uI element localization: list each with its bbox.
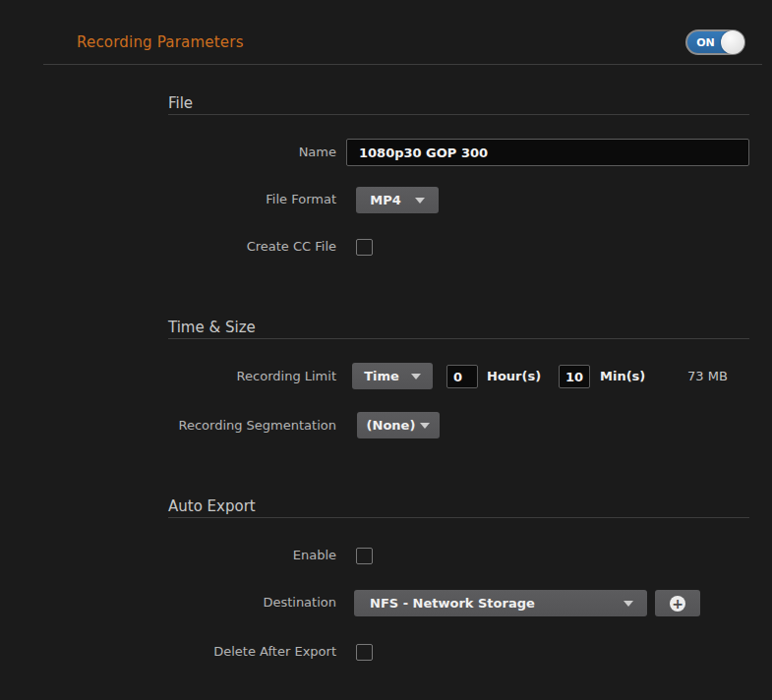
recording-limit-type-dropdown[interactable]: Time — [352, 363, 433, 389]
delete-after-export-checkbox[interactable] — [356, 644, 373, 661]
recording-segmentation-label: Recording Segmentation — [0, 418, 336, 434]
delete-after-export-label: Delete After Export — [0, 644, 336, 660]
time-size-section-divider — [168, 338, 749, 339]
chevron-down-icon — [415, 198, 425, 204]
chevron-down-icon — [624, 601, 633, 607]
recording-segmentation-value: (None) — [367, 418, 416, 433]
enable-label: Enable — [0, 548, 336, 563]
estimated-size-text: 73 MB — [687, 369, 728, 384]
minutes-unit-label: Min(s) — [600, 369, 645, 384]
name-label: Name — [0, 145, 336, 160]
hours-input[interactable] — [446, 365, 478, 388]
file-section-divider — [168, 114, 749, 115]
toggle-on-label: ON — [687, 31, 724, 53]
destination-dropdown[interactable]: NFS - Network Storage — [354, 590, 647, 616]
recording-segmentation-dropdown[interactable]: (None) — [357, 412, 440, 438]
chevron-down-icon — [420, 423, 430, 429]
hours-unit-label: Hour(s) — [487, 369, 541, 384]
recording-parameters-toggle[interactable]: ON — [685, 29, 745, 55]
add-destination-button[interactable]: + — [655, 590, 700, 616]
name-input[interactable] — [346, 139, 749, 166]
auto-export-section-divider — [168, 517, 749, 518]
plus-circle-icon: + — [670, 596, 685, 612]
page-title: Recording Parameters — [77, 33, 244, 51]
destination-value: NFS - Network Storage — [370, 596, 535, 611]
destination-label: Destination — [0, 595, 336, 611]
recording-parameters-panel: Recording Parameters ON File Name File F… — [0, 0, 772, 700]
create-cc-file-checkbox[interactable] — [356, 239, 373, 256]
section-heading-file: File — [168, 94, 193, 112]
recording-limit-label: Recording Limit — [0, 369, 336, 384]
header-divider — [43, 64, 762, 65]
create-cc-file-label: Create CC File — [0, 239, 336, 255]
toggle-knob[interactable] — [721, 30, 744, 54]
section-heading-time-size: Time & Size — [168, 319, 256, 336]
file-format-label: File Format — [0, 192, 336, 207]
file-format-value: MP4 — [370, 193, 401, 207]
section-heading-auto-export: Auto Export — [168, 497, 256, 515]
enable-auto-export-checkbox[interactable] — [356, 548, 373, 564]
minutes-input[interactable] — [559, 365, 590, 388]
chevron-down-icon — [411, 374, 421, 379]
recording-limit-type-value: Time — [364, 369, 399, 383]
file-format-dropdown[interactable]: MP4 — [356, 187, 439, 213]
